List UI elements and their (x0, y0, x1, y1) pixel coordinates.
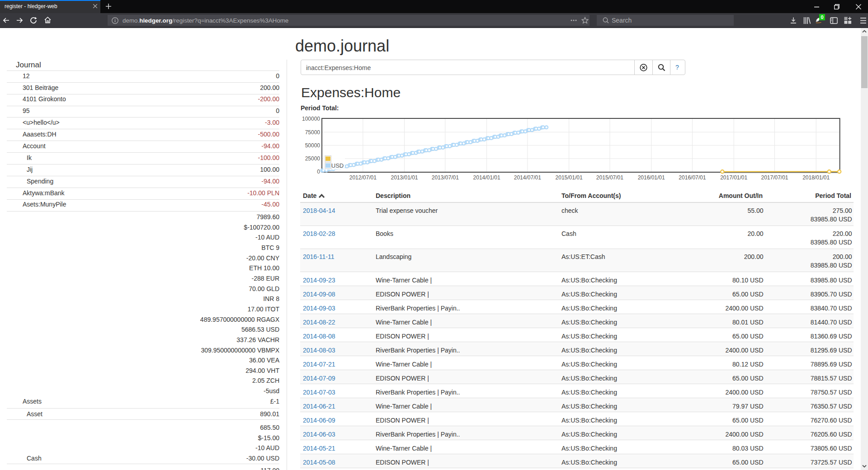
svg-text:2013/07/01: 2013/07/01 (432, 174, 459, 181)
svg-text:2016/01/01: 2016/01/01 (638, 174, 665, 181)
svg-text:25000: 25000 (305, 155, 321, 162)
svg-text:2015/07/01: 2015/07/01 (596, 174, 623, 181)
svg-text:2014/01/01: 2014/01/01 (473, 174, 500, 181)
svg-text:2016/07/01: 2016/07/01 (679, 174, 706, 181)
svg-text:2018/01/01: 2018/01/01 (802, 174, 830, 181)
svg-text:2014/07/01: 2014/07/01 (514, 174, 541, 181)
svg-text:50000: 50000 (305, 142, 321, 149)
svg-text:2013/01/01: 2013/01/01 (391, 174, 418, 181)
svg-text:2012/07/01: 2012/07/01 (349, 174, 377, 181)
svg-text:2017/01/01: 2017/01/01 (720, 174, 747, 181)
svg-text:2015/01/01: 2015/01/01 (556, 174, 583, 181)
svg-text:USD: USD (331, 162, 344, 169)
svg-text:100000: 100000 (302, 116, 320, 122)
svg-text:2017/07/01: 2017/07/01 (761, 174, 788, 181)
svg-text:75000: 75000 (305, 129, 321, 136)
svg-text:0: 0 (317, 169, 320, 175)
